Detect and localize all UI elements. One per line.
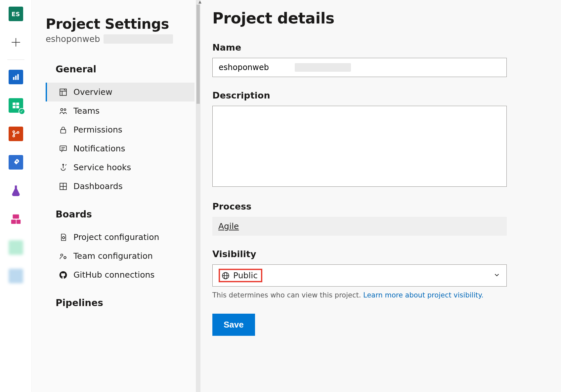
teams-icon: [59, 107, 67, 115]
overview-rail-tile[interactable]: [8, 69, 24, 85]
svg-rect-21: [61, 129, 65, 133]
faded-tile-1[interactable]: [8, 240, 24, 255]
sidebar-item-overview[interactable]: Overview: [46, 83, 194, 101]
svg-rect-4: [17, 74, 19, 80]
rail-divider: [7, 59, 24, 60]
visibility-label: Visibility: [212, 249, 541, 259]
visibility-learn-more-link[interactable]: Learn more about project visibility.: [363, 291, 483, 299]
sidebar-item-label: Project configuration: [73, 232, 159, 242]
svg-rect-5: [13, 102, 16, 105]
gearpage-icon: [59, 233, 67, 242]
project-initials: ES: [9, 7, 23, 21]
boxes-icon: [9, 212, 23, 226]
branch-icon: [9, 127, 23, 141]
svg-rect-7: [13, 106, 16, 108]
sidebar-item-label: Service hooks: [73, 163, 131, 172]
visibility-select[interactable]: Public: [212, 264, 507, 287]
redacted-text: [104, 34, 173, 44]
process-value-row: Agile: [212, 217, 507, 236]
artifacts-rail-tile[interactable]: [8, 211, 24, 227]
sidebar-item-label: Team configuration: [73, 251, 153, 261]
test-plans-rail-tile[interactable]: [8, 183, 24, 199]
sidebar-item-github[interactable]: GitHub connections: [46, 265, 194, 284]
svg-rect-8: [16, 106, 19, 108]
sidebar-item-label: Notifications: [73, 144, 125, 153]
svg-rect-16: [60, 89, 66, 96]
rocket-icon: [9, 155, 23, 170]
blur-icon: [9, 240, 23, 255]
sidebar-item-teams[interactable]: Teams: [46, 101, 194, 120]
svg-rect-15: [16, 220, 21, 224]
sidebar-item-label: Teams: [73, 106, 100, 116]
group-header-general: General: [56, 64, 194, 75]
save-button[interactable]: Save: [212, 314, 255, 336]
scroll-up-icon: ▴: [198, 0, 201, 5]
project-name-prefix: eshoponweb: [46, 34, 100, 44]
group-header-pipelines: Pipelines: [56, 297, 194, 308]
add-project-button[interactable]: [8, 34, 24, 50]
sidebar-item-dashboards[interactable]: Dashboards: [46, 177, 194, 196]
sidebar-item-label: Overview: [73, 87, 112, 97]
global-nav-rail: ES ✓: [0, 0, 32, 392]
sidebar-item-project-config[interactable]: Project configuration: [46, 228, 194, 247]
github-icon: [59, 271, 67, 279]
pipelines-rail-tile[interactable]: [8, 154, 24, 170]
process-link[interactable]: Agile: [218, 221, 239, 231]
sidebar-item-label: Dashboards: [73, 181, 123, 191]
sidebar-item-team-config[interactable]: Team configuration: [46, 247, 194, 265]
visibility-help-prefix: This determines who can view this projec…: [212, 291, 363, 299]
blur-icon: [9, 269, 23, 283]
svg-rect-2: [13, 77, 14, 80]
project-details-panel: Project details Name Description Process…: [200, 0, 561, 392]
process-label: Process: [212, 201, 541, 212]
project-name-subtitle: eshoponweb: [46, 34, 194, 44]
scrollbar-thumb[interactable]: [196, 5, 200, 104]
visibility-value: Public: [233, 271, 258, 280]
svg-point-31: [64, 256, 66, 259]
scrollbar[interactable]: ▴: [196, 0, 200, 392]
globe-icon: [221, 271, 230, 280]
sidebar-item-label: GitHub connections: [73, 270, 154, 280]
page-title: Project details: [212, 9, 541, 27]
visibility-help-text: This determines who can view this projec…: [212, 291, 541, 299]
svg-rect-6: [16, 102, 19, 105]
svg-point-29: [63, 236, 65, 239]
name-label: Name: [212, 42, 541, 53]
settings-sidebar: Project Settings eshoponweb General Over…: [32, 0, 200, 392]
sidebar-item-permissions[interactable]: Permissions: [46, 120, 194, 139]
boards-rail-tile[interactable]: ✓: [8, 98, 24, 113]
dashboard-icon: [59, 182, 67, 191]
name-input[interactable]: [212, 58, 507, 77]
group-header-boards: Boards: [56, 209, 194, 220]
hook-icon: [59, 163, 67, 172]
overview-icon: [59, 88, 67, 97]
chevron-down-icon: [493, 270, 500, 281]
svg-point-9: [13, 131, 14, 133]
redacted-text: [295, 63, 351, 72]
svg-rect-13: [13, 215, 19, 219]
svg-point-19: [61, 108, 63, 111]
sidebar-item-label: Permissions: [73, 125, 122, 135]
lock-icon: [59, 126, 67, 134]
svg-point-20: [64, 108, 66, 110]
description-input[interactable]: [212, 106, 507, 187]
name-input-field[interactable]: [219, 63, 291, 72]
check-badge-icon: ✓: [19, 108, 25, 115]
teamgear-icon: [59, 252, 67, 260]
sidebar-item-notifications[interactable]: Notifications: [46, 139, 194, 158]
flask-icon: [9, 183, 23, 198]
svg-point-12: [16, 161, 18, 162]
description-label: Description: [212, 90, 541, 100]
chat-icon: [59, 144, 67, 153]
sidebar-item-service-hooks[interactable]: Service hooks: [46, 158, 194, 177]
visibility-highlight: Public: [219, 269, 262, 282]
plus-icon: [10, 37, 22, 48]
chart-icon: [9, 70, 23, 84]
sidebar-title: Project Settings: [46, 16, 194, 32]
project-tile[interactable]: ES: [8, 6, 24, 22]
repos-rail-tile[interactable]: [8, 126, 24, 142]
faded-tile-2[interactable]: [8, 268, 24, 284]
svg-point-30: [61, 254, 63, 256]
svg-rect-14: [11, 220, 16, 224]
svg-point-10: [13, 135, 14, 137]
